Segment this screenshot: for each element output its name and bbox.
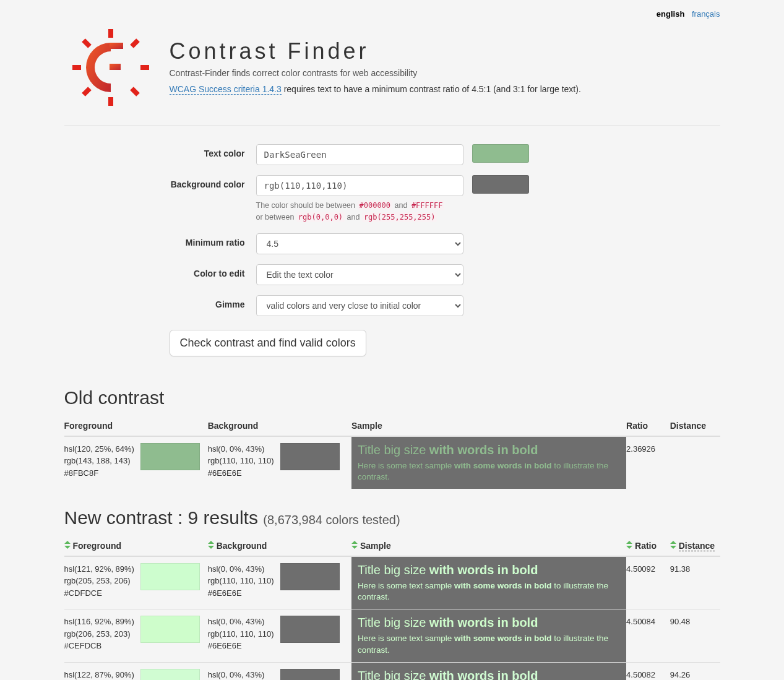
col-distance-sort[interactable]: Distance [670,536,720,556]
distance-value: 91.38 [670,556,720,609]
col-background: Background [208,416,351,436]
distance-value [670,436,720,489]
inline-swatch [280,616,340,643]
sample-text: Here is some text sample with some words… [358,460,620,483]
text-color-swatch [472,144,529,163]
wcag-link[interactable]: WCAG Success criteria 1.4.3 [170,84,282,95]
col-ratio: Ratio [626,416,670,436]
color-help-text: The color should be between #000000 and … [256,200,529,223]
color-cell: hsl(0, 0%, 43%)rgb(110, 110, 110)#6E6E6E [208,443,347,480]
color-cell: hsl(0, 0%, 43%)rgb(110, 110, 110)#6E6E6E [208,563,347,600]
wcag-line: WCAG Success criteria 1.4.3 requires tex… [170,84,581,94]
sample-box: Title big size with words in boldHere is… [351,557,626,609]
table-row: hsl(116, 92%, 89%)rgb(206, 253, 203)#CEF… [64,609,720,662]
ratio-value: 2.36926 [626,436,670,489]
header: Contrast Finder Contrast-Finder finds co… [64,21,720,126]
color-cell: hsl(0, 0%, 43%)rgb(110, 110, 110)#6E6E6E [208,669,347,680]
col-sample: Sample [351,416,626,436]
color-values: hsl(116, 92%, 89%)rgb(206, 253, 203)#CEF… [64,616,134,652]
color-values: hsl(120, 25%, 64%)rgb(143, 188, 143)#8FB… [64,443,134,480]
svg-line-5 [132,40,138,46]
color-values: hsl(122, 87%, 90%)rgb(208, 252, 210)#D0F… [64,669,134,680]
distance-value: 94.26 [670,662,720,680]
page-title: Contrast Finder [170,38,581,64]
old-contrast-table: Foreground Background Sample Ratio Dista… [64,416,720,489]
color-cell: hsl(116, 92%, 89%)rgb(206, 253, 203)#CEF… [64,616,203,652]
ratio-value: 4.50092 [626,556,670,609]
inline-swatch [140,616,200,643]
table-row: hsl(120, 25%, 64%)rgb(143, 188, 143)#8FB… [64,436,720,489]
submit-button[interactable]: Check contrast and find valid colors [170,330,366,356]
sample-box: Title big size with words in boldHere is… [351,437,626,489]
col-background-sort[interactable]: Background [208,536,351,556]
sample-title: Title big size with words in bold [358,613,620,632]
color-cell: hsl(0, 0%, 43%)rgb(110, 110, 110)#6E6E6E [208,616,347,652]
bg-color-swatch [472,175,529,194]
new-contrast-heading: New contrast : 9 results (8,673,984 colo… [64,507,720,528]
gimme-select[interactable]: valid colors and very close to initial c… [256,295,463,316]
old-contrast-heading: Old contrast [64,387,720,408]
sample-text: Here is some text sample with some words… [358,580,620,603]
sample-text: Here is some text sample with some words… [358,633,620,655]
sample-title: Title big size with words in bold [358,441,620,459]
ratio-value: 4.50084 [626,609,670,662]
tagline: Contrast-Finder finds correct color cont… [170,68,581,78]
gimme-label: Gimme [64,295,256,309]
color-to-edit-select[interactable]: Edit the text color [256,264,463,285]
col-distance: Distance [670,416,720,436]
col-sample-sort[interactable]: Sample [351,536,626,556]
ratio-select[interactable]: 4.5 [256,233,463,254]
form: Text color Background color The color sh… [64,126,720,369]
lang-current: english [657,9,685,19]
lang-link-fr[interactable]: français [692,9,720,19]
color-values: hsl(0, 0%, 43%)rgb(110, 110, 110)#6E6E6E [208,616,274,652]
inline-swatch [140,563,200,590]
svg-line-6 [84,88,90,95]
new-contrast-table: Foreground Background Sample Ratio Dista… [64,536,720,680]
color-values: hsl(0, 0%, 43%)rgb(110, 110, 110)#6E6E6E [208,563,274,600]
color-cell: hsl(122, 87%, 90%)rgb(208, 252, 210)#D0F… [64,669,203,680]
edit-label: Color to edit [64,264,256,278]
sample-box: Title big size with words in boldHere is… [351,663,626,680]
col-ratio-sort[interactable]: Ratio [626,536,670,556]
logo-icon [64,21,157,114]
svg-line-4 [84,40,90,46]
color-values: hsl(121, 92%, 89%)rgb(205, 253, 206)#CDF… [64,563,134,600]
text-color-label: Text color [64,144,256,158]
svg-rect-9 [110,64,121,70]
col-foreground: Foreground [64,416,208,436]
color-cell: hsl(120, 25%, 64%)rgb(143, 188, 143)#8FB… [64,443,203,480]
distance-value: 90.48 [670,609,720,662]
sample-box: Title big size with words in boldHere is… [351,609,626,661]
table-row: hsl(121, 92%, 89%)rgb(205, 253, 206)#CDF… [64,556,720,609]
ratio-value: 4.50082 [626,662,670,680]
inline-swatch [280,669,340,680]
inline-swatch [140,443,200,470]
inline-swatch [280,443,340,470]
inline-swatch [280,563,340,590]
bg-color-input[interactable] [256,175,463,196]
bg-color-label: Background color [64,175,256,189]
col-foreground-sort[interactable]: Foreground [64,536,208,556]
color-values: hsl(0, 0%, 43%)rgb(110, 110, 110)#6E6E6E [208,669,274,680]
language-picker: english français [64,9,720,21]
svg-rect-8 [110,43,123,49]
ratio-label: Minimum ratio [64,233,256,247]
svg-line-7 [132,88,138,95]
color-cell: hsl(121, 92%, 89%)rgb(205, 253, 206)#CDF… [64,563,203,600]
sample-title: Title big size with words in bold [358,666,620,680]
color-values: hsl(0, 0%, 43%)rgb(110, 110, 110)#6E6E6E [208,443,274,480]
sample-title: Title big size with words in bold [358,561,620,579]
text-color-input[interactable] [256,144,463,165]
table-row: hsl(122, 87%, 90%)rgb(208, 252, 210)#D0F… [64,662,720,680]
inline-swatch [140,669,200,680]
